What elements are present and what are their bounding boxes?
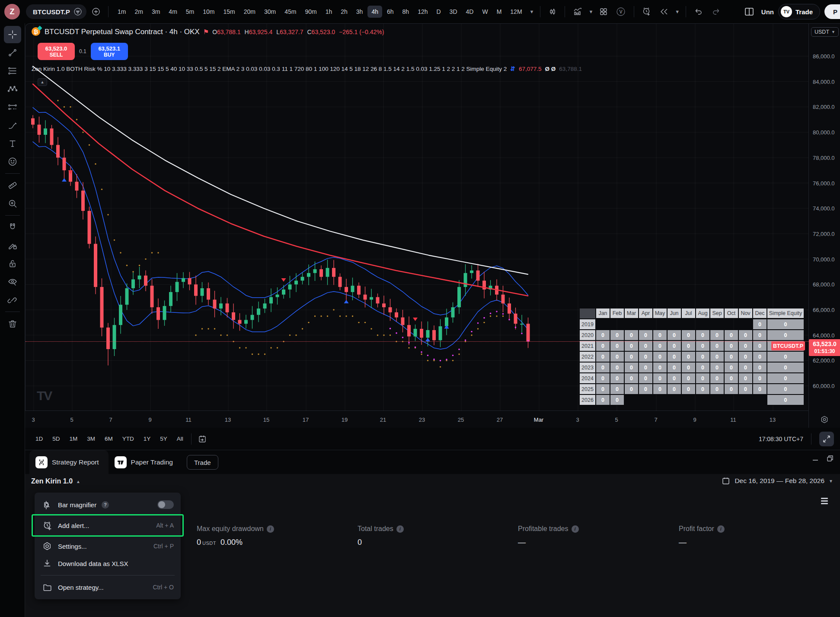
replay-chevron-icon[interactable]: ▼ [674, 9, 680, 14]
info-icon[interactable]: i [717, 525, 725, 533]
date-range-picker[interactable]: Dec 16, 2019 — Feb 28, 2026 ▼ [722, 477, 833, 485]
chart-title[interactable]: BTCUSDT Perpetual Swap Contract · 4h · O… [45, 28, 200, 36]
drawing-edit-lock-tool-icon[interactable] [4, 237, 21, 254]
range-1d[interactable]: 1D [31, 433, 47, 445]
menu-item-bar-magnifier[interactable]: Bar magnifier? [35, 496, 181, 513]
collapse-legend-button[interactable]: ▲ [38, 78, 47, 86]
timeframe-12h[interactable]: 12h [414, 6, 431, 18]
menu-item-settings[interactable]: Settings...Ctrl + P [35, 537, 181, 555]
timeframe-45m[interactable]: 45m [281, 6, 300, 18]
info-icon[interactable]: i [396, 525, 404, 533]
link-drawings-tool-icon[interactable] [4, 291, 21, 308]
buy-button[interactable]: 63,523.1BUY [91, 43, 128, 60]
layout-name[interactable]: Unn [761, 8, 774, 16]
long-position-tool-icon[interactable] [4, 99, 21, 116]
menu-item-download-data-as-xlsx[interactable]: Download data as XLSX [35, 555, 181, 572]
layout-panels-icon[interactable] [741, 4, 757, 19]
indicator-templates-icon[interactable]: V [613, 4, 629, 19]
compare-add-icon[interactable] [89, 5, 103, 19]
timeframe-1m[interactable]: 1m [114, 6, 130, 18]
tab-strategy-report[interactable]: Strategy Report [29, 450, 109, 474]
timeframe-4h[interactable]: 4h [367, 6, 382, 18]
timeframe-2m[interactable]: 2m [131, 6, 147, 18]
redo-icon[interactable] [709, 4, 723, 19]
sell-button[interactable]: 63,523.0SELL [38, 43, 75, 60]
undo-icon[interactable] [691, 4, 706, 19]
replay-icon[interactable] [657, 4, 671, 19]
restore-panel-icon[interactable] [826, 455, 834, 462]
market-flag-icon[interactable]: ⚑ [203, 28, 209, 36]
currency-unit-button[interactable]: USDT▼ [811, 27, 839, 37]
axis-settings-gear-icon[interactable] [808, 411, 840, 428]
remove-drawings-tool-icon[interactable] [4, 315, 21, 332]
timeframe-6h[interactable]: 6h [383, 6, 398, 18]
trend-line-tool-icon[interactable] [4, 44, 21, 61]
fib-retracement-tool-icon[interactable] [4, 62, 21, 80]
text-tool-icon[interactable] [4, 135, 21, 152]
hide-all-drawings-tool-icon[interactable] [4, 273, 21, 290]
strategy-title-dropdown[interactable]: Zen Kirin 1.0▲ [31, 477, 80, 485]
strategy-legend-row[interactable]: Zen Kirin 1.0 BOTH Risk % 10 3.333 3.333… [32, 65, 582, 72]
timeframe-W[interactable]: W [478, 6, 492, 18]
brush-tool-icon[interactable] [4, 117, 21, 134]
info-icon[interactable]: i [572, 525, 579, 533]
bar-magnifier-toggle[interactable] [157, 500, 174, 509]
zoom-in-tool-icon[interactable] [4, 195, 21, 212]
range-3m[interactable]: 3M [83, 433, 99, 445]
timeframe-4D[interactable]: 4D [462, 6, 478, 18]
timeframe-M[interactable]: M [493, 6, 506, 18]
timeframe-5m[interactable]: 5m [182, 6, 198, 18]
xabcd-pattern-tool-icon[interactable] [4, 80, 21, 98]
time-axis[interactable]: 3579111315171921232527Mar35791113 [25, 410, 840, 428]
tab-paper-trading[interactable]: Paper Trading [109, 450, 182, 474]
tab-trade[interactable]: Trade [187, 455, 218, 470]
emoji-tool-icon[interactable] [4, 153, 21, 170]
timeframe-chevron-icon[interactable]: ▼ [529, 9, 535, 14]
publish-button[interactable]: P [824, 4, 840, 19]
timeframe-8h[interactable]: 8h [399, 6, 413, 18]
indicators-chevron-icon[interactable]: ▼ [588, 9, 594, 14]
timeframe-2h[interactable]: 2h [337, 6, 351, 18]
symbol-search-button[interactable]: BTCUSDT.P [26, 4, 86, 19]
range-1m[interactable]: 1M [65, 433, 82, 445]
timeframe-15m[interactable]: 15m [219, 6, 239, 18]
user-avatar[interactable]: Z [4, 4, 20, 19]
range-ytd[interactable]: YTD [118, 433, 138, 445]
menu-item-open-strategy[interactable]: Open strategy...Ctrl + O [35, 579, 181, 596]
go-to-date-icon[interactable] [195, 432, 210, 446]
range-6m[interactable]: 6M [100, 433, 117, 445]
timeframe-90m[interactable]: 90m [301, 6, 320, 18]
timeframe-D[interactable]: D [432, 6, 444, 18]
info-icon[interactable]: i [267, 525, 274, 533]
timeframe-10m[interactable]: 10m [199, 6, 218, 18]
maximize-pane-icon[interactable] [819, 432, 834, 446]
timeframe-30m[interactable]: 30m [260, 6, 280, 18]
range-5d[interactable]: 5D [48, 433, 64, 445]
help-icon[interactable]: ? [102, 501, 109, 509]
report-layout-menu-icon[interactable] [818, 494, 831, 508]
measure-tool-icon[interactable] [4, 177, 21, 194]
crosshair-tool-icon[interactable] [4, 26, 21, 43]
layout-grid-icon[interactable] [597, 5, 610, 19]
range-5y[interactable]: 5Y [156, 433, 172, 445]
range-1y[interactable]: 1Y [139, 433, 155, 445]
indicators-icon[interactable] [570, 4, 585, 19]
chart-style-icon[interactable] [546, 5, 559, 19]
timeframe-1h[interactable]: 1h [322, 6, 336, 18]
timeframe-3D[interactable]: 3D [446, 6, 461, 18]
lock-all-drawings-tool-icon[interactable] [4, 255, 21, 272]
alert-icon[interactable] [639, 4, 654, 19]
timeframe-20m[interactable]: 20m [240, 6, 259, 18]
timeframe-3m[interactable]: 3m [148, 6, 164, 18]
price-axis[interactable]: USDT▼ 86,000.084,000.082,000.080,000.078… [808, 24, 840, 411]
timeframe-3h[interactable]: 3h [352, 6, 367, 18]
chart-pane[interactable]: ₿ BTCUSDT Perpetual Swap Contract · 4h ·… [25, 23, 840, 410]
timeframe-12M[interactable]: 12M [506, 6, 526, 18]
clock-display[interactable]: 17:08:30 UTC+7 [759, 436, 803, 442]
range-all[interactable]: All [172, 433, 188, 445]
minimize-panel-icon[interactable] [811, 455, 819, 462]
magnet-tool-icon[interactable] [4, 219, 21, 236]
menu-item-add-alert[interactable]: Add alert...Alt + A [35, 517, 181, 534]
timeframe-4m[interactable]: 4m [165, 6, 181, 18]
trade-button[interactable]: TV Trade [778, 4, 820, 19]
